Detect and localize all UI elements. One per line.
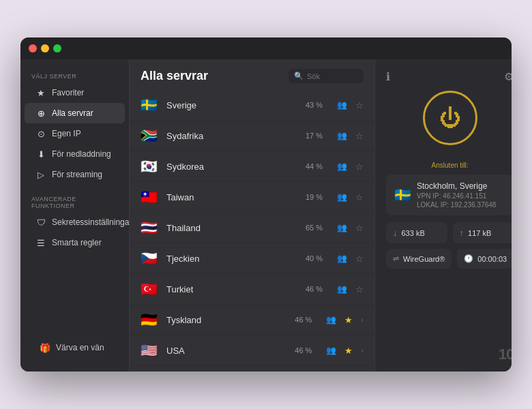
server-users-icon: 👥 (326, 346, 336, 355)
server-flag: 🇹🇭 (141, 219, 160, 236)
server-favorite-icon[interactable]: ☆ (355, 100, 364, 110)
server-row[interactable]: 🇨🇿 Tjeckien 40 % 👥 ☆ (130, 243, 374, 274)
connected-server: 🇸🇪 Stockholm, Sverige VPN IP: 46.246.41.… (386, 175, 512, 215)
upload-value: 117 kB (468, 229, 491, 237)
search-input[interactable] (307, 72, 361, 80)
server-flag: 🇹🇷 (141, 281, 160, 297)
server-list-header: Alla servrar 🔍 (130, 59, 374, 90)
server-load: 19 % (306, 193, 330, 201)
server-name: Tyskland (166, 315, 288, 325)
settings-icon[interactable]: ⚙ (504, 70, 512, 83)
server-load: 44 % (306, 162, 330, 170)
sidebar-item-favorites[interactable]: ★ Favoriter (25, 82, 125, 103)
protocol-box: ⇌ WireGuard® (386, 249, 452, 269)
server-row[interactable]: 🇹🇭 Thailand 65 % 👥 ☆ (130, 213, 374, 243)
connected-label: Ansluten till: (386, 162, 512, 169)
local-ip: LOKAL IP: 192.236.37648 (417, 201, 505, 209)
watermark: 10 (499, 346, 512, 363)
server-users-icon: 👥 (337, 192, 347, 202)
server-list-panel: Alla servrar 🔍 🇸🇪 Sverige 43 % 👥 ☆ 🇿🇦 Sy… (130, 59, 375, 372)
sidebar-item-smart-rules[interactable]: ☰ Smarta regler (25, 232, 125, 253)
right-panel: ℹ ⚙ ⏻ Ansluten till: 🇸🇪 Stockholm, Sveri… (375, 59, 512, 372)
upload-stat-icon: ↑ (460, 228, 464, 238)
server-flag: 🇺🇸 (141, 342, 160, 359)
app-window: Välj Server ★ Favoriter ⊕ Alla servrar ⊙… (20, 37, 512, 372)
server-name: USA (166, 346, 288, 356)
server-favorite-icon[interactable]: ☆ (355, 131, 364, 141)
server-name: Taiwan (166, 192, 299, 202)
server-users-icon: 👥 (337, 254, 347, 263)
sidebar-item-all-servers[interactable]: ⊕ Alla servrar (25, 103, 125, 123)
streaming-icon: ▷ (35, 169, 46, 180)
sidebar-item-privacy[interactable]: 🛡 Sekretessinställningar (25, 212, 125, 232)
maximize-button[interactable] (53, 44, 61, 52)
info-icon[interactable]: ℹ (386, 70, 390, 83)
sidebar-item-label: Favoriter (52, 88, 84, 97)
server-load: 46 % (306, 285, 330, 293)
sidebar-item-label: Alla servrar (52, 108, 93, 118)
sidebar-item-label: Värva en vän (56, 343, 104, 352)
server-name: Turkiet (166, 284, 299, 294)
search-box[interactable]: 🔍 (289, 69, 364, 83)
sidebar-section-label-1: Välj Server (20, 67, 129, 82)
server-favorite-icon[interactable]: ☆ (355, 254, 364, 264)
ip-icon: ⊙ (35, 128, 46, 139)
sidebar-item-download[interactable]: ⬇ För nedladdning (25, 144, 125, 164)
server-favorite-icon[interactable]: ☆ (355, 162, 364, 172)
server-users-icon: 👥 (337, 284, 347, 294)
server-load: 65 % (306, 224, 330, 232)
server-row[interactable]: 🇩🇪 Tyskland 46 % 👥 ★ › (130, 305, 374, 335)
server-favorite-icon[interactable]: ★ (344, 315, 353, 325)
server-load: 40 % (306, 254, 330, 262)
server-favorite-icon[interactable]: ★ (344, 346, 353, 356)
download-stat-icon: ↓ (393, 228, 398, 238)
server-favorite-icon[interactable]: ☆ (355, 223, 364, 233)
server-list-scroll[interactable]: 🇸🇪 Sverige 43 % 👥 ☆ 🇿🇦 Sydafrika 17 % 👥 … (130, 90, 374, 372)
connected-details: Stockholm, Sverige VPN IP: 46.246.41.151… (417, 181, 505, 209)
server-load: 46 % (295, 316, 319, 324)
sidebar-item-label: För streaming (52, 170, 102, 179)
download-value: 633 kB (402, 229, 425, 237)
server-arrow-icon: › (361, 346, 364, 354)
gift-icon: 🎁 (40, 342, 50, 353)
sidebar-item-own-ip[interactable]: ⊙ Egen IP (25, 123, 125, 144)
server-favorite-icon[interactable]: ☆ (355, 192, 364, 202)
server-flag: 🇹🇼 (141, 189, 160, 205)
minimize-button[interactable] (41, 44, 49, 52)
sidebar-item-label: Sekretessinställningar (52, 217, 132, 227)
server-flag: 🇰🇷 (141, 158, 160, 175)
rules-icon: ☰ (35, 237, 46, 248)
server-row[interactable]: 🇸🇪 Sverige 43 % 👥 ☆ (130, 90, 374, 121)
server-favorite-icon[interactable]: ☆ (355, 284, 364, 294)
main-content: Välj Server ★ Favoriter ⊕ Alla servrar ⊙… (20, 59, 512, 372)
server-row[interactable]: 🇹🇷 Turkiet 46 % 👥 ☆ (130, 274, 374, 305)
connected-flag: 🇸🇪 (394, 187, 411, 203)
sidebar-item-label: Smarta regler (52, 238, 102, 247)
star-icon: ★ (35, 87, 46, 98)
server-load: 43 % (306, 101, 330, 109)
server-name: Sydafrika (166, 131, 299, 141)
download-icon: ⬇ (35, 149, 46, 160)
power-button[interactable]: ⏻ (423, 91, 477, 145)
sidebar-item-streaming[interactable]: ▷ För streaming (25, 164, 125, 185)
server-row[interactable]: 🇿🇦 Sydafrika 17 % 👥 ☆ (130, 121, 374, 151)
server-name: Tjeckien (166, 254, 299, 264)
server-row[interactable]: 🇺🇸 USA 46 % 👥 ★ › (130, 335, 374, 366)
sidebar-item-invite[interactable]: 🎁 Värva en vän (29, 337, 121, 358)
server-row[interactable]: 🇰🇷 Sydkorea 44 % 👥 ☆ (130, 151, 374, 182)
close-button[interactable] (29, 44, 37, 52)
shield-icon: 🛡 (35, 217, 46, 228)
protocol-value: WireGuard® (403, 255, 445, 263)
server-flag: 🇸🇪 (141, 97, 160, 113)
protocol-row: ⇌ WireGuard® 🕐 00:00:03 (386, 249, 512, 269)
title-bar (20, 37, 512, 59)
server-list-title: Alla servrar (141, 69, 208, 83)
traffic-lights (29, 44, 61, 52)
uptime-box: 🕐 00:00:03 (457, 249, 512, 269)
download-stat: ↓ 633 kB (386, 222, 447, 243)
server-flag: 🇨🇿 (141, 250, 160, 267)
server-load: 17 % (306, 132, 330, 140)
connection-info: Ansluten till: 🇸🇪 Stockholm, Sverige VPN… (386, 162, 512, 269)
server-row[interactable]: 🇺🇦 Ukraina 47 % 👥 ☆ (130, 366, 374, 372)
server-row[interactable]: 🇹🇼 Taiwan 19 % 👥 ☆ (130, 182, 374, 213)
